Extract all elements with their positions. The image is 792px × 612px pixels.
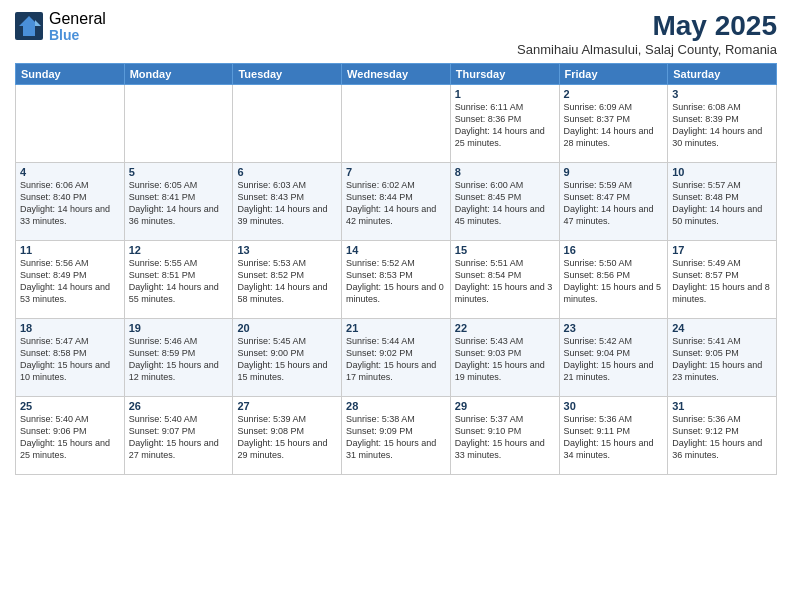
calendar-table: Sunday Monday Tuesday Wednesday Thursday… — [15, 63, 777, 475]
table-row: 16Sunrise: 5:50 AM Sunset: 8:56 PM Dayli… — [559, 241, 668, 319]
table-row — [233, 85, 342, 163]
cell-day-number: 3 — [672, 88, 772, 100]
table-row: 29Sunrise: 5:37 AM Sunset: 9:10 PM Dayli… — [450, 397, 559, 475]
cell-day-info: Sunrise: 5:43 AM Sunset: 9:03 PM Dayligh… — [455, 335, 555, 384]
cell-day-number: 13 — [237, 244, 337, 256]
cell-day-info: Sunrise: 5:38 AM Sunset: 9:09 PM Dayligh… — [346, 413, 446, 462]
cell-day-number: 10 — [672, 166, 772, 178]
table-row: 18Sunrise: 5:47 AM Sunset: 8:58 PM Dayli… — [16, 319, 125, 397]
logo-icon — [15, 12, 43, 40]
col-saturday: Saturday — [668, 64, 777, 85]
table-row: 9Sunrise: 5:59 AM Sunset: 8:47 PM Daylig… — [559, 163, 668, 241]
page: General Blue May 2025 Sanmihaiu Almasulu… — [0, 0, 792, 612]
cell-day-info: Sunrise: 6:11 AM Sunset: 8:36 PM Dayligh… — [455, 101, 555, 150]
table-row: 31Sunrise: 5:36 AM Sunset: 9:12 PM Dayli… — [668, 397, 777, 475]
cell-day-info: Sunrise: 5:56 AM Sunset: 8:49 PM Dayligh… — [20, 257, 120, 306]
table-row: 8Sunrise: 6:00 AM Sunset: 8:45 PM Daylig… — [450, 163, 559, 241]
title-location: Sanmihaiu Almasului, Salaj County, Roman… — [517, 42, 777, 57]
cell-day-info: Sunrise: 6:03 AM Sunset: 8:43 PM Dayligh… — [237, 179, 337, 228]
calendar-week-row: 25Sunrise: 5:40 AM Sunset: 9:06 PM Dayli… — [16, 397, 777, 475]
cell-day-info: Sunrise: 5:42 AM Sunset: 9:04 PM Dayligh… — [564, 335, 664, 384]
table-row: 22Sunrise: 5:43 AM Sunset: 9:03 PM Dayli… — [450, 319, 559, 397]
cell-day-number: 2 — [564, 88, 664, 100]
logo: General Blue — [15, 10, 106, 43]
table-row: 24Sunrise: 5:41 AM Sunset: 9:05 PM Dayli… — [668, 319, 777, 397]
calendar-week-row: 18Sunrise: 5:47 AM Sunset: 8:58 PM Dayli… — [16, 319, 777, 397]
table-row: 10Sunrise: 5:57 AM Sunset: 8:48 PM Dayli… — [668, 163, 777, 241]
cell-day-info: Sunrise: 5:41 AM Sunset: 9:05 PM Dayligh… — [672, 335, 772, 384]
table-row: 5Sunrise: 6:05 AM Sunset: 8:41 PM Daylig… — [124, 163, 233, 241]
table-row: 17Sunrise: 5:49 AM Sunset: 8:57 PM Dayli… — [668, 241, 777, 319]
title-month: May 2025 — [517, 10, 777, 42]
calendar-week-row: 1Sunrise: 6:11 AM Sunset: 8:36 PM Daylig… — [16, 85, 777, 163]
table-row: 3Sunrise: 6:08 AM Sunset: 8:39 PM Daylig… — [668, 85, 777, 163]
cell-day-info: Sunrise: 5:49 AM Sunset: 8:57 PM Dayligh… — [672, 257, 772, 306]
calendar-header-row: Sunday Monday Tuesday Wednesday Thursday… — [16, 64, 777, 85]
logo-text: General Blue — [49, 10, 106, 43]
cell-day-number: 7 — [346, 166, 446, 178]
cell-day-info: Sunrise: 6:09 AM Sunset: 8:37 PM Dayligh… — [564, 101, 664, 150]
header: General Blue May 2025 Sanmihaiu Almasulu… — [15, 10, 777, 57]
cell-day-info: Sunrise: 6:08 AM Sunset: 8:39 PM Dayligh… — [672, 101, 772, 150]
cell-day-number: 9 — [564, 166, 664, 178]
cell-day-number: 30 — [564, 400, 664, 412]
table-row — [124, 85, 233, 163]
cell-day-info: Sunrise: 5:39 AM Sunset: 9:08 PM Dayligh… — [237, 413, 337, 462]
cell-day-number: 12 — [129, 244, 229, 256]
cell-day-number: 8 — [455, 166, 555, 178]
cell-day-number: 31 — [672, 400, 772, 412]
cell-day-number: 24 — [672, 322, 772, 334]
table-row — [342, 85, 451, 163]
cell-day-info: Sunrise: 6:00 AM Sunset: 8:45 PM Dayligh… — [455, 179, 555, 228]
cell-day-number: 11 — [20, 244, 120, 256]
table-row: 14Sunrise: 5:52 AM Sunset: 8:53 PM Dayli… — [342, 241, 451, 319]
cell-day-info: Sunrise: 6:05 AM Sunset: 8:41 PM Dayligh… — [129, 179, 229, 228]
cell-day-number: 5 — [129, 166, 229, 178]
cell-day-number: 6 — [237, 166, 337, 178]
cell-day-number: 28 — [346, 400, 446, 412]
table-row: 13Sunrise: 5:53 AM Sunset: 8:52 PM Dayli… — [233, 241, 342, 319]
col-wednesday: Wednesday — [342, 64, 451, 85]
cell-day-number: 14 — [346, 244, 446, 256]
cell-day-number: 4 — [20, 166, 120, 178]
cell-day-number: 25 — [20, 400, 120, 412]
calendar-week-row: 11Sunrise: 5:56 AM Sunset: 8:49 PM Dayli… — [16, 241, 777, 319]
cell-day-number: 21 — [346, 322, 446, 334]
logo-blue: Blue — [49, 28, 106, 43]
cell-day-number: 29 — [455, 400, 555, 412]
table-row: 20Sunrise: 5:45 AM Sunset: 9:00 PM Dayli… — [233, 319, 342, 397]
table-row: 4Sunrise: 6:06 AM Sunset: 8:40 PM Daylig… — [16, 163, 125, 241]
table-row: 6Sunrise: 6:03 AM Sunset: 8:43 PM Daylig… — [233, 163, 342, 241]
col-monday: Monday — [124, 64, 233, 85]
cell-day-number: 17 — [672, 244, 772, 256]
col-thursday: Thursday — [450, 64, 559, 85]
cell-day-number: 20 — [237, 322, 337, 334]
cell-day-info: Sunrise: 5:50 AM Sunset: 8:56 PM Dayligh… — [564, 257, 664, 306]
cell-day-info: Sunrise: 5:57 AM Sunset: 8:48 PM Dayligh… — [672, 179, 772, 228]
calendar-week-row: 4Sunrise: 6:06 AM Sunset: 8:40 PM Daylig… — [16, 163, 777, 241]
cell-day-number: 22 — [455, 322, 555, 334]
cell-day-info: Sunrise: 5:37 AM Sunset: 9:10 PM Dayligh… — [455, 413, 555, 462]
cell-day-number: 1 — [455, 88, 555, 100]
table-row: 30Sunrise: 5:36 AM Sunset: 9:11 PM Dayli… — [559, 397, 668, 475]
cell-day-info: Sunrise: 5:44 AM Sunset: 9:02 PM Dayligh… — [346, 335, 446, 384]
cell-day-number: 16 — [564, 244, 664, 256]
cell-day-info: Sunrise: 5:36 AM Sunset: 9:12 PM Dayligh… — [672, 413, 772, 462]
cell-day-info: Sunrise: 6:02 AM Sunset: 8:44 PM Dayligh… — [346, 179, 446, 228]
cell-day-info: Sunrise: 5:40 AM Sunset: 9:07 PM Dayligh… — [129, 413, 229, 462]
cell-day-info: Sunrise: 5:59 AM Sunset: 8:47 PM Dayligh… — [564, 179, 664, 228]
table-row: 23Sunrise: 5:42 AM Sunset: 9:04 PM Dayli… — [559, 319, 668, 397]
cell-day-info: Sunrise: 5:51 AM Sunset: 8:54 PM Dayligh… — [455, 257, 555, 306]
col-sunday: Sunday — [16, 64, 125, 85]
cell-day-info: Sunrise: 5:46 AM Sunset: 8:59 PM Dayligh… — [129, 335, 229, 384]
cell-day-info: Sunrise: 5:52 AM Sunset: 8:53 PM Dayligh… — [346, 257, 446, 306]
table-row: 26Sunrise: 5:40 AM Sunset: 9:07 PM Dayli… — [124, 397, 233, 475]
table-row: 27Sunrise: 5:39 AM Sunset: 9:08 PM Dayli… — [233, 397, 342, 475]
cell-day-number: 15 — [455, 244, 555, 256]
table-row: 11Sunrise: 5:56 AM Sunset: 8:49 PM Dayli… — [16, 241, 125, 319]
cell-day-number: 27 — [237, 400, 337, 412]
table-row: 25Sunrise: 5:40 AM Sunset: 9:06 PM Dayli… — [16, 397, 125, 475]
cell-day-number: 18 — [20, 322, 120, 334]
cell-day-info: Sunrise: 5:53 AM Sunset: 8:52 PM Dayligh… — [237, 257, 337, 306]
cell-day-info: Sunrise: 5:40 AM Sunset: 9:06 PM Dayligh… — [20, 413, 120, 462]
